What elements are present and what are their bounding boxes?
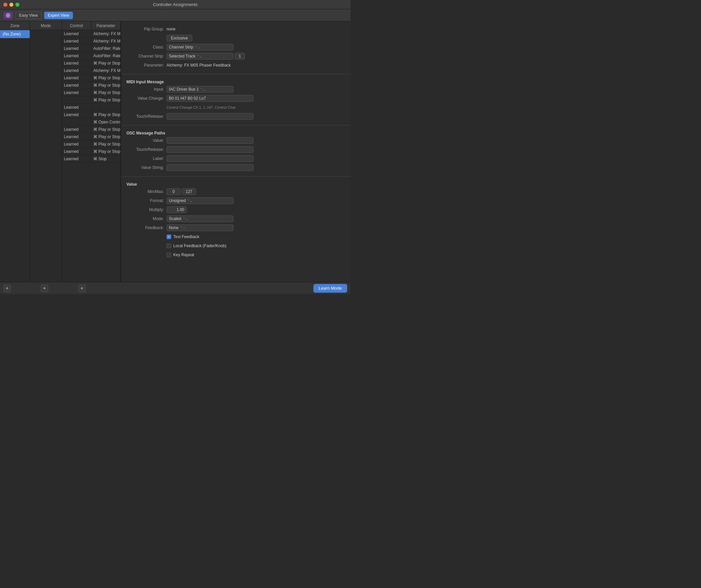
format-select[interactable]: Unsigned ⌃⌄ xyxy=(167,197,233,204)
list-item[interactable]: ⌘ Play or Stop xyxy=(62,96,120,104)
osc-label-row: Label: xyxy=(126,155,345,162)
minmax-label: Min/Max: xyxy=(126,189,167,194)
class-select[interactable]: Channel Strip ⌃⌄ xyxy=(167,44,233,51)
list-item[interactable]: ⌘ Open Controller... xyxy=(62,118,120,126)
value-change-input[interactable] xyxy=(167,95,254,102)
parameter-cell: ⌘ Stop xyxy=(91,155,120,162)
easy-view-button[interactable]: Easy View xyxy=(15,12,41,19)
list-item[interactable]: Learned Alchemy: FX M05... xyxy=(62,37,120,45)
zone-item-no-zone[interactable]: (No Zone) xyxy=(0,30,30,38)
logo-button[interactable] xyxy=(3,12,13,19)
list-item[interactable]: Learned Alchemy: FX M05... xyxy=(62,30,120,37)
control-cell: Learned xyxy=(62,60,91,67)
osc-value-row: Value: xyxy=(126,137,345,144)
value-change-desc-row: Control Change Ch 1, 1, Hi7, Control Cha… xyxy=(126,104,345,111)
value-change-label: Value Change: xyxy=(126,96,167,101)
feedback-value: None xyxy=(169,225,179,230)
add-mode-button[interactable]: + xyxy=(41,285,48,292)
osc-touch-input[interactable] xyxy=(167,146,254,153)
flip-group-section: Flip Group: none Exclusive Class: Channe… xyxy=(121,24,350,72)
max-input[interactable] xyxy=(182,188,196,195)
parameter-cell: ⌘ Play or Stop xyxy=(91,148,120,155)
value-section: Value Min/Max: Format: Unsigned ⌃⌄ Multi… xyxy=(121,179,350,262)
list-item[interactable]: Learned ⌘ Play or Stop xyxy=(62,140,120,148)
osc-value-label: Value: xyxy=(126,138,167,143)
list-item[interactable]: Learned ⌘ Play or Stop xyxy=(62,89,120,96)
parameter-cell: AutoFilter: Rate xyxy=(91,45,120,52)
local-feedback-checkbox[interactable] xyxy=(167,243,171,248)
close-button[interactable] xyxy=(3,3,7,7)
add-zone-button[interactable]: + xyxy=(3,285,11,292)
osc-section: OSC Message Paths Value: Touch/Release: … xyxy=(121,127,350,174)
control-cell: Learned xyxy=(62,74,91,81)
list-item[interactable]: Learned Alchemy: FX M04... xyxy=(62,67,120,74)
osc-value-input[interactable] xyxy=(167,137,254,144)
mode-chevron-icon: ⌃⌄ xyxy=(183,217,188,221)
input-select[interactable]: IAC Driver Bus 1 ⌃⌄ xyxy=(167,86,233,93)
list-item[interactable]: Learned ⌘ Play or Stop xyxy=(62,74,120,82)
control-cell: Learned xyxy=(62,45,91,52)
mode-label: Mode: xyxy=(126,216,167,221)
learn-mode-button[interactable]: Learn Mode xyxy=(313,284,347,293)
parameter-cell: Alchemy: FX M05... xyxy=(91,30,120,37)
format-row: Format: Unsigned ⌃⌄ xyxy=(126,197,345,204)
divider-3 xyxy=(121,176,350,177)
min-input[interactable] xyxy=(167,188,181,195)
value-change-desc: Control Change Ch 1, 1, Hi7, Control Cha… xyxy=(167,105,236,109)
input-row: Input: IAC Driver Bus 1 ⌃⌄ xyxy=(126,86,345,93)
expert-view-button[interactable]: Expert View xyxy=(44,12,73,19)
channel-strip-num: 1 xyxy=(235,53,245,60)
list-item[interactable]: Learned ⌘ Play or Stop xyxy=(62,133,120,140)
class-row: Class: Channel Strip ⌃⌄ xyxy=(126,43,345,51)
list-item[interactable]: Learned ⌘ Play or Stop xyxy=(62,111,120,118)
control-cell: Learned xyxy=(62,82,91,89)
control-cell: Learned xyxy=(62,133,91,140)
multiply-row: Multiply: xyxy=(126,206,345,213)
flip-group-label: Flip Group: xyxy=(126,27,167,31)
control-cell: Learned xyxy=(62,104,91,111)
parameter-cell: AutoFilter: Rate xyxy=(91,52,120,59)
mode-column: Mode xyxy=(30,21,62,282)
parameter-row: Parameter: Alchemy: FX M05 Phaser Feedba… xyxy=(126,62,345,69)
channel-strip-select[interactable]: Selected Track ⌃⌄ xyxy=(167,53,233,60)
osc-value-string-input[interactable] xyxy=(167,164,254,171)
multiply-input[interactable] xyxy=(167,206,187,213)
control-header: Control xyxy=(62,21,91,30)
value-change-row: Value Change: xyxy=(126,95,345,102)
list-item[interactable]: Learned xyxy=(62,104,120,111)
exclusive-button[interactable]: Exclusive xyxy=(167,35,192,41)
maximize-button[interactable] xyxy=(15,3,19,7)
add-control-button[interactable]: + xyxy=(78,285,86,292)
class-value: Channel Strip xyxy=(169,45,193,50)
list-item[interactable]: Learned ⌘ Play or Stop xyxy=(62,60,120,67)
control-cell: Learned xyxy=(62,126,91,133)
value-section-title: Value xyxy=(126,182,345,187)
list-item[interactable]: Learned ⌘ Play or Stop xyxy=(62,148,120,155)
list-rows: Learned Alchemy: FX M05... Learned Alche… xyxy=(62,30,120,282)
mode-header: Mode xyxy=(30,21,62,30)
touch-release-input[interactable] xyxy=(167,113,254,120)
check-icon: ✓ xyxy=(168,235,170,238)
feedback-row: Feedback: None ⌃⌄ xyxy=(126,224,345,231)
list-item[interactable]: Learned AutoFilter: Rate xyxy=(62,45,120,52)
touch-release-label: Touch/Release: xyxy=(126,114,167,119)
list-item[interactable]: Learned ⌘ Play or Stop xyxy=(62,126,120,133)
key-repeat-checkbox[interactable] xyxy=(167,253,171,257)
midi-section-title: MIDI Input Message xyxy=(126,80,345,84)
text-feedback-check-row: ✓ Text Feedback xyxy=(167,234,199,239)
channel-strip-label: Channel Strip: xyxy=(126,54,167,59)
feedback-select[interactable]: None ⌃⌄ xyxy=(167,224,233,231)
osc-label-input[interactable] xyxy=(167,155,254,162)
text-feedback-checkbox[interactable]: ✓ xyxy=(167,234,171,239)
list-item[interactable]: Learned ⌘ Play or Stop xyxy=(62,82,120,89)
list-item[interactable]: Learned ⌘ Stop xyxy=(62,155,120,163)
minimize-button[interactable] xyxy=(9,3,13,7)
mode-select[interactable]: Scaled ⌃⌄ xyxy=(167,215,233,222)
control-parameter-columns: Control Parameter Learned Alchemy: FX M0… xyxy=(62,21,121,282)
list-headers: Control Parameter xyxy=(62,21,120,30)
list-item[interactable]: Learned AutoFilter: Rate xyxy=(62,52,120,60)
format-chevron-icon: ⌃⌄ xyxy=(187,199,193,203)
parameter-cell: Alchemy: FX M04... xyxy=(91,67,120,74)
input-label: Input: xyxy=(126,87,167,92)
parameter-header: Parameter xyxy=(91,21,120,30)
